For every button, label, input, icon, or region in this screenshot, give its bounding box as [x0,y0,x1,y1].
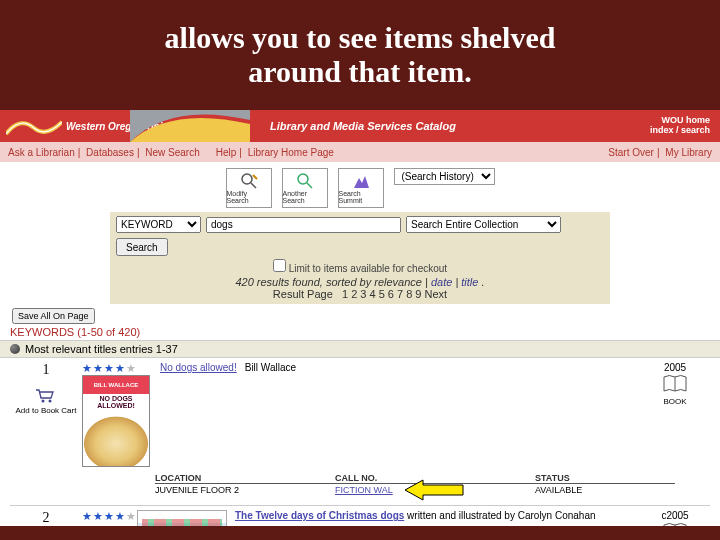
svg-point-5 [42,400,45,403]
sort-title-link[interactable]: title [461,276,478,288]
search-input[interactable] [206,217,401,233]
another-search-button[interactable]: Another Search [282,168,328,208]
link-index-search[interactable]: index / search [650,126,710,136]
save-all-button[interactable]: Save All On Page [12,308,95,324]
magnifier-icon [296,172,314,190]
header-right-links[interactable]: WOU home index / search [650,116,720,136]
limit-available-checkbox[interactable] [273,259,286,272]
relevance-stars: ★★★★★ [82,510,137,523]
result-number: 2 [10,510,82,526]
result-number: 1 [10,362,82,378]
svg-line-1 [251,183,256,188]
result-page-label: Result Page [273,288,333,300]
nav-ask-librarian[interactable]: Ask a Librarian [8,147,75,158]
book-cover[interactable]: BILL WALLACE NO DOGS ALLOWED! [82,375,150,467]
slide-title: allows you to see items shelved around t… [165,21,556,90]
item-type: BOOK [640,397,710,406]
col-status: STATUS [535,473,675,483]
relevance-stars: ★★★★★ [82,362,150,375]
tool-label: Modify Search [227,190,271,204]
svg-point-6 [49,400,52,403]
svg-point-3 [298,174,308,184]
cart-icon[interactable] [35,388,57,404]
nav-new-search[interactable]: New Search [145,147,199,158]
table-row: JUVENILE FLOOR 2 FICTION WAL AVAILABLE [155,483,675,495]
slide-title-band: allows you to see items shelved around t… [0,0,720,110]
tool-label: Search Summit [339,190,383,204]
search-bar: KEYWORD Search Entire Collection Search … [110,212,610,304]
search-field-select[interactable]: KEYWORD [116,216,201,233]
location-value: JUVENILE FLOOR 2 [155,485,335,495]
header-swoosh-icon [130,110,250,142]
modify-search-button[interactable]: Modify Search [226,168,272,208]
wou-logo-icon [6,116,62,136]
book-author: written and illustrated by Carolyn Conah… [407,510,595,521]
summit-icon [352,172,370,190]
col-location: LOCATION [155,473,335,483]
search-history-select[interactable]: (Search History) [394,168,495,185]
site-header: Western Oregon University Library and Me… [0,110,720,142]
book-author: Bill Wallace [245,362,296,373]
book-title-link[interactable]: No dogs allowed! [160,362,237,373]
sort-date-link[interactable]: date [431,276,452,288]
book-title-link[interactable]: The Twelve days of Christmas dogs [235,510,404,521]
svg-point-0 [242,174,252,184]
search-summit-button[interactable]: Search Summit [338,168,384,208]
nav-start-over[interactable]: Start Over [608,147,654,158]
cover-author: BILL WALLACE [83,376,149,394]
relevance-group-bar: Most relevant titles entries 1-37 [0,340,720,358]
pub-year: 2005 [640,362,710,373]
nav-help[interactable]: Help [216,147,237,158]
callno-link[interactable]: FICTION WAL [335,485,393,495]
slide-title-line2: around that item. [248,55,472,88]
limit-available-label: Limit to items available for checkout [289,263,447,274]
pagination-links[interactable]: 1 2 3 4 5 6 7 8 9 Next [342,288,447,300]
pub-year: c2005 [640,510,710,521]
nav-library-home[interactable]: Library Home Page [248,147,334,158]
slide-footer [0,526,720,540]
nav-my-library[interactable]: My Library [665,147,712,158]
book-icon [662,373,688,395]
callout-arrow-icon [405,479,465,503]
svg-marker-8 [405,480,463,500]
collection-select[interactable]: Search Entire Collection [406,216,561,233]
catalog-page: Western Oregon University Library and Me… [0,110,720,540]
cover-art-dog-icon [83,410,149,466]
svg-line-2 [253,175,257,179]
tool-label: Another Search [283,190,327,204]
relevance-dot-icon [10,344,20,354]
magnifier-pencil-icon [240,172,258,190]
add-to-cart-label[interactable]: Add to Book Cart [10,406,82,415]
catalog-title: Library and Media Services Catalog [270,120,456,132]
keywords-heading: KEYWORDS (1-50 of 420) [0,324,720,338]
results-count: 420 results found, sorted by relevance | [235,276,430,288]
slide-title-line1: allows you to see items shelved [165,21,556,54]
nav-databases[interactable]: Databases [86,147,134,158]
cover-title: NO DOGS ALLOWED! [83,394,149,410]
status-value: AVAILABLE [535,485,675,495]
relevance-heading: Most relevant titles entries 1-37 [25,343,178,355]
search-button[interactable]: Search [116,238,168,256]
tool-buttons-row: Modify Search Another Search Search Summ… [0,162,720,212]
holdings-table: LOCATION CALL NO. STATUS JUVENILE FLOOR … [155,473,675,495]
results-meta: 420 results found, sorted by relevance |… [116,274,604,300]
result-row-1: 1 Add to Book Cart ★★★★★ BILL WALLACE NO… [0,358,720,467]
svg-line-4 [307,183,312,188]
nav-bar: Ask a Librarian| Databases| New Search H… [0,142,720,162]
